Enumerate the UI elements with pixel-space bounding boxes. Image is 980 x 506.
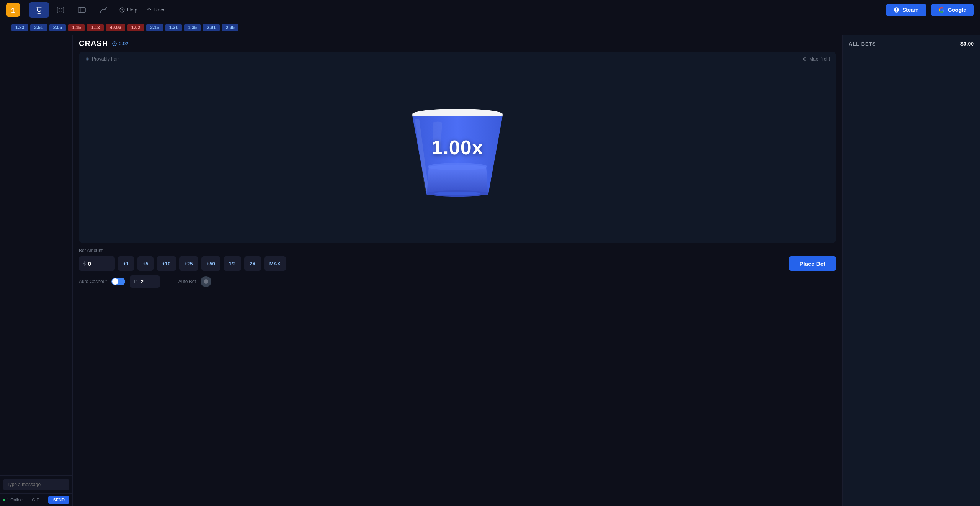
nav-tab-cup[interactable] bbox=[29, 2, 49, 18]
chat-area bbox=[0, 35, 72, 475]
bet-controls: Bet Amount $ +1 +5 +10 +25 +50 1/2 2X MA… bbox=[73, 243, 842, 294]
cashout-input[interactable] bbox=[141, 279, 156, 285]
nav-tab-dice[interactable] bbox=[51, 2, 70, 18]
quick-bet-plus1[interactable]: +1 bbox=[118, 256, 134, 271]
bet-input-wrap: $ bbox=[79, 256, 115, 271]
logo[interactable]: 1 bbox=[6, 3, 20, 17]
cup-icon bbox=[35, 6, 43, 14]
main-layout: 1 Online GIF SEND CRASH 0:02 bbox=[0, 35, 980, 506]
cashout-input-wrap: 🏳 bbox=[130, 275, 160, 288]
all-bets-content bbox=[843, 52, 980, 506]
svg-text:?: ? bbox=[121, 8, 123, 11]
chat-footer: 1 Online GIF SEND bbox=[0, 493, 72, 506]
chat-input[interactable] bbox=[3, 479, 69, 490]
svg-rect-9 bbox=[78, 7, 85, 12]
cup-container: 1.00x bbox=[408, 90, 507, 205]
bet-amount-input[interactable] bbox=[88, 260, 111, 267]
ticker-badge-1[interactable]: 2.51 bbox=[30, 24, 47, 31]
auto-bet-toggle[interactable] bbox=[201, 276, 211, 287]
target-icon bbox=[802, 57, 807, 61]
ticker-badge-11[interactable]: 2.95 bbox=[222, 24, 238, 31]
bet-amount-label: Bet Amount bbox=[79, 248, 836, 253]
ticker-badge-7[interactable]: 2.15 bbox=[146, 24, 163, 31]
online-count: 1 Online bbox=[7, 498, 23, 502]
all-bets-panel: ALL BETS $0.00 bbox=[842, 35, 980, 506]
ticker-badge-9[interactable]: 1.35 bbox=[184, 24, 201, 31]
nav-tab-slots[interactable] bbox=[72, 2, 92, 18]
steam-icon bbox=[893, 7, 900, 13]
svg-point-8 bbox=[59, 11, 60, 12]
auto-cashout-label: Auto Cashout bbox=[79, 279, 107, 284]
game-area-header: Provably Fair Max Profit bbox=[85, 56, 830, 62]
provably-fair[interactable]: Provably Fair bbox=[85, 56, 119, 62]
ticker-badge-2[interactable]: 2.06 bbox=[49, 24, 66, 31]
max-profit[interactable]: Max Profit bbox=[802, 56, 830, 62]
auto-bet-dot bbox=[204, 279, 208, 284]
ticker-badge-10[interactable]: 2.91 bbox=[203, 24, 219, 31]
auto-bet-section: Auto Bet bbox=[178, 276, 211, 287]
quick-bet-2x[interactable]: 2X bbox=[244, 256, 261, 271]
timer-value: 0:02 bbox=[119, 41, 128, 46]
center-panel: CRASH 0:02 Provably Fair bbox=[73, 35, 842, 506]
shield-icon bbox=[85, 57, 90, 61]
race-icon bbox=[147, 7, 152, 13]
svg-point-7 bbox=[61, 8, 62, 9]
ticker-badge-8[interactable]: 1.31 bbox=[165, 24, 182, 31]
ticker-badge-3[interactable]: 1.15 bbox=[68, 24, 85, 31]
crash-icon bbox=[99, 6, 108, 14]
gif-button[interactable]: GIF bbox=[32, 498, 39, 502]
dollar-sign: $ bbox=[83, 260, 86, 267]
ticker-badge-0[interactable]: 1.83 bbox=[11, 24, 28, 31]
steam-button[interactable]: Steam bbox=[886, 4, 926, 16]
svg-point-23 bbox=[434, 192, 480, 195]
quick-bet-plus5[interactable]: +5 bbox=[137, 256, 154, 271]
ticker-badge-4[interactable]: 1.13 bbox=[87, 24, 103, 31]
chat-panel: 1 Online GIF SEND bbox=[0, 35, 73, 506]
online-dot bbox=[3, 499, 5, 501]
ticker-bar: 1.83 2.51 2.06 1.15 1.13 49.93 1.02 2.15… bbox=[0, 20, 980, 35]
svg-point-21 bbox=[428, 163, 487, 170]
google-button[interactable]: Google bbox=[931, 4, 974, 16]
crash-timer: 0:02 bbox=[112, 41, 128, 46]
all-bets-value: $0.00 bbox=[960, 41, 974, 47]
header-right: Steam Google bbox=[886, 4, 974, 16]
nav-tab-crash[interactable] bbox=[93, 2, 113, 18]
svg-rect-2 bbox=[38, 13, 40, 13]
svg-point-18 bbox=[804, 59, 805, 60]
bet-row: $ +1 +5 +10 +25 +50 1/2 2X MAX Place Bet bbox=[79, 256, 836, 271]
auto-row: Auto Cashout 🏳 Auto Bet bbox=[79, 275, 836, 288]
online-indicator: 1 Online bbox=[3, 498, 23, 502]
quick-bet-max[interactable]: MAX bbox=[264, 256, 286, 271]
auto-cashout-toggle[interactable] bbox=[111, 278, 125, 285]
all-bets-title: ALL BETS bbox=[849, 41, 876, 47]
logo-icon: 1 bbox=[6, 3, 20, 17]
crash-title: CRASH bbox=[79, 39, 108, 48]
race-button[interactable]: Race bbox=[147, 7, 166, 13]
quick-bet-half[interactable]: 1/2 bbox=[224, 256, 241, 271]
send-button[interactable]: SEND bbox=[48, 496, 69, 504]
header-center: ? Help Race bbox=[119, 7, 166, 13]
auto-cashout-section: Auto Cashout 🏳 bbox=[79, 275, 160, 288]
game-area: Provably Fair Max Profit bbox=[79, 52, 836, 243]
cashout-icon: 🏳 bbox=[134, 279, 139, 285]
place-bet-button[interactable]: Place Bet bbox=[789, 256, 836, 271]
cup-svg bbox=[408, 92, 507, 203]
svg-text:1: 1 bbox=[11, 7, 15, 15]
crash-header: CRASH 0:02 bbox=[73, 35, 842, 52]
dice-icon bbox=[56, 6, 65, 14]
help-button[interactable]: ? Help bbox=[119, 7, 137, 13]
svg-point-16 bbox=[87, 59, 88, 60]
toggle-thumb bbox=[112, 278, 118, 285]
quick-bet-plus25[interactable]: +25 bbox=[179, 256, 198, 271]
quick-bet-plus10[interactable]: +10 bbox=[157, 256, 176, 271]
nav-tabs bbox=[29, 2, 113, 18]
help-icon: ? bbox=[119, 7, 125, 13]
timer-icon bbox=[112, 41, 117, 46]
all-bets-header: ALL BETS $0.00 bbox=[843, 35, 980, 52]
ticker-badge-5[interactable]: 49.93 bbox=[106, 24, 125, 31]
auto-bet-label: Auto Bet bbox=[178, 279, 196, 284]
ticker-badge-6[interactable]: 1.02 bbox=[127, 24, 144, 31]
svg-point-5 bbox=[59, 8, 60, 9]
quick-bet-plus50[interactable]: +50 bbox=[201, 256, 220, 271]
svg-point-6 bbox=[61, 11, 62, 12]
